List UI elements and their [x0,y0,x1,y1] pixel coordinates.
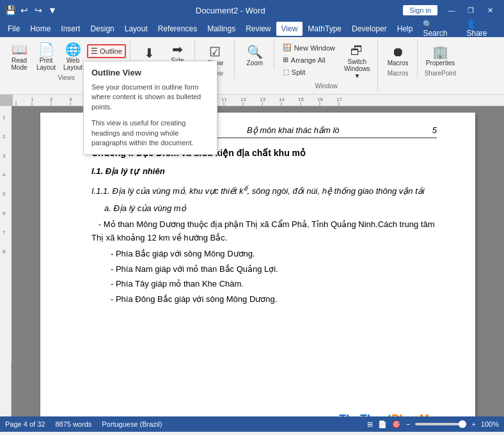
svg-text:13: 13 [260,97,265,102]
svg-text:16: 16 [317,97,323,102]
read-mode-label: ReadMode [11,57,27,71]
status-layout-icon[interactable]: ⊞ [367,420,373,429]
status-language: Portuguese (Brazil) [102,420,162,428]
macros-button[interactable]: ⏺ Macros [384,44,412,68]
menu-developer[interactable]: Developer [347,22,392,36]
split-button[interactable]: ⬚ Split [280,67,338,77]
status-focus-icon[interactable]: 🎯 [392,420,401,429]
zoom-button[interactable]: 🔍 Zoom [242,44,267,68]
bullet-2: - Phía Nam giáp với mỏ than Bắc Quảng Lợ… [111,263,437,276]
properties-icon: 🏢 [432,45,448,58]
ribbon: 📖 ReadMode 📄 PrintLayout 🌐 WebLayout ☰ O… [0,37,504,95]
status-doc-icon[interactable]: 📄 [378,420,387,429]
signin-button[interactable]: Sign in [403,5,437,15]
switch-windows-button[interactable]: 🗗 SwitchWindows ▼ [341,42,374,81]
properties-label: Properties [426,59,455,67]
zoom-slider[interactable] [415,423,466,425]
watermark-text2: PhanMem [391,413,446,416]
minimize-button[interactable]: — [443,4,461,17]
macros-label: Macros [388,59,409,67]
menu-mathtype[interactable]: MathType [303,22,347,36]
outline-button[interactable]: ☰ Outline [87,44,126,58]
status-zoom-plus[interactable]: + [471,420,475,428]
menu-share[interactable]: 👤 Share [461,17,501,40]
bullet-4: - Phía Đông Bắc giáp với sông Mông Dương… [111,293,437,306]
svg-text:12: 12 [240,97,246,102]
restore-button[interactable]: ❐ [462,4,480,17]
svg-text:8: 8 [3,249,6,255]
web-layout-icon: 🌐 [65,43,81,56]
menu-review[interactable]: Review [240,22,276,36]
tooltip-title: Outline View [91,68,209,77]
new-window-button[interactable]: 🪟 New Window [280,42,338,53]
menu-design[interactable]: Design [85,22,119,36]
new-window-icon: 🪟 [283,44,292,52]
switch-windows-icon: 🗗 [350,44,363,57]
outline-tooltip: Outline View See your document in outlin… [83,61,217,155]
redo-icon[interactable]: ↪ [33,5,43,15]
menu-file[interactable]: File [3,22,25,36]
svg-text:6: 6 [3,210,6,216]
ribbon-group-zoom: 🔍 Zoom [236,40,274,70]
bullet-1: - Phía Bắc giáp với sông Mông Dương. [111,248,437,261]
ribbon-group-window: 🪟 New Window ⊞ Arrange All ⬚ Split 🗗 Swi… [276,40,378,91]
menu-layout[interactable]: Layout [120,22,153,36]
arrange-all-button[interactable]: ⊞ Arrange All [280,54,338,65]
svg-text:1: 1 [3,115,6,120]
properties-button[interactable]: 🏢 Properties [423,44,459,68]
document-content: Chương I: Đặc Điểm và điều kiện địa chất… [91,146,437,306]
switch-windows-label: SwitchWindows [344,58,370,72]
web-layout-label: WebLayout [63,57,83,71]
save-icon[interactable]: 💾 [5,5,15,15]
menu-view[interactable]: View [276,22,303,36]
heading-i1: I.1. Địa lý tự nhiên [91,165,437,178]
menu-references[interactable]: References [153,22,202,36]
tooltip-text1: See your document in outline form where … [91,83,209,112]
undo-icon[interactable]: ↩ [19,5,29,15]
menu-help[interactable]: Help [392,22,418,36]
vertical-ruler: 1 2 3 4 5 6 7 8 [0,106,12,416]
title-text: Document2 - Word [58,6,403,15]
read-mode-icon: 📖 [12,43,28,56]
menu-insert[interactable]: Insert [56,22,85,36]
svg-text:14: 14 [279,97,285,102]
macros-icon: ⏺ [391,45,404,58]
read-mode-button[interactable]: 📖 ReadMode [6,41,32,73]
bullet-3: - Phía Tây giáp mỏ than Khe Chàm. [111,278,437,291]
new-window-label: New Window [294,44,335,52]
zoom-thumb [459,420,466,428]
status-page: Page 4 of 32 [5,420,45,428]
zoom-label: Zoom [247,59,264,67]
views-group-label: Views [58,74,75,81]
menu-home[interactable]: Home [25,22,56,36]
svg-text:7: 7 [3,230,6,235]
show-icon: ☑ [209,45,221,58]
status-bar: Page 4 of 32 8875 words Portuguese (Braz… [0,416,504,432]
menu-search[interactable]: 🔍 Search [418,17,461,40]
svg-text:3: 3 [69,97,72,102]
customize-icon[interactable]: ▼ [47,5,58,15]
horizontal-ruler: 1 2 3 4 5 6 7 8 9 10 11 [0,95,504,106]
sharepoint-label: SharePoint [425,70,456,77]
heading-i11: I.1.1. Địa lý của vùng mỏ, khu vực thiết… [91,184,437,198]
ribbon-group-sharepoint: 🏢 Properties SharePoint [419,40,462,78]
status-zoom-minus[interactable]: − [406,420,410,428]
svg-text:1: 1 [31,97,34,102]
window-group-label: Window [315,83,338,90]
tooltip-text2: This view is useful for creating heading… [91,118,209,148]
svg-text:3: 3 [3,153,6,159]
vertical-icon: ⬇ [144,47,155,59]
svg-text:4: 4 [3,172,6,178]
print-layout-button[interactable]: 📄 PrintLayout [33,41,59,73]
status-zoom-level[interactable]: 100% [481,420,499,428]
heading-a: a. Địa lý của vùng mỏ [104,202,437,216]
close-button[interactable]: ✕ [481,4,499,17]
menu-mailings[interactable]: Mailings [202,22,240,36]
svg-text:2: 2 [50,97,53,102]
ribbon-groups: 📖 ReadMode 📄 PrintLayout 🌐 WebLayout ☰ O… [3,40,501,91]
svg-text:11: 11 [221,97,227,102]
svg-text:5: 5 [3,191,6,197]
header-page: 5 [432,125,437,135]
status-right: ⊞ 📄 🎯 − + 100% [367,420,499,429]
web-layout-button[interactable]: 🌐 WebLayout [60,41,86,73]
